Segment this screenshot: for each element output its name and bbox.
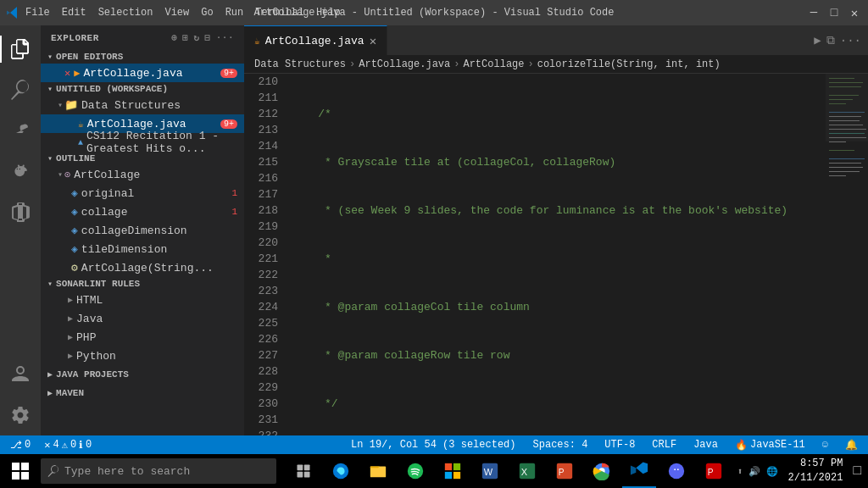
breadcrumb-sep-3: ›: [527, 58, 533, 70]
svg-text:P: P: [558, 468, 564, 477]
java-version-status[interactable]: 🔥 JavaSE-11: [732, 439, 809, 452]
breadcrumb-root[interactable]: Data Structures: [254, 58, 346, 70]
breadcrumb: Data Structures › ArtCollage.java › ArtC…: [244, 55, 868, 74]
collapse-icon[interactable]: ⊟: [205, 32, 211, 43]
breadcrumb-class[interactable]: ArtCollage: [463, 58, 524, 70]
vscode-taskbar-app[interactable]: [622, 454, 656, 488]
menu-edit[interactable]: Edit: [62, 7, 86, 19]
chrome-app[interactable]: [585, 454, 619, 488]
open-file-artcollage[interactable]: ✕ ▶ ArtCollage.java 9+: [41, 64, 244, 82]
notification-status[interactable]: 🔔: [842, 439, 861, 452]
more-icon[interactable]: ···: [216, 32, 234, 43]
activity-extensions[interactable]: [0, 191, 41, 232]
tab-artcollage[interactable]: ☕ ArtCollage.java ✕: [244, 25, 387, 55]
outline-header[interactable]: ▾ OUTLINE: [41, 152, 244, 165]
open-editors-header[interactable]: ▾ OPEN EDITORS: [41, 50, 244, 64]
maximize-button[interactable]: □: [827, 6, 841, 20]
maven-header[interactable]: ▶ MAVEN: [41, 384, 244, 402]
feedback-status[interactable]: ☺: [819, 439, 832, 451]
breadcrumb-sep-1: ›: [349, 58, 355, 70]
store-app[interactable]: [436, 454, 470, 488]
encoding-status[interactable]: UTF-8: [601, 439, 638, 451]
original-badge: 1: [231, 188, 237, 198]
menu-file[interactable]: File: [25, 7, 50, 19]
minimap: [826, 74, 868, 435]
svg-text:W: W: [483, 467, 492, 477]
window-controls[interactable]: ─ □ ✕: [807, 6, 861, 20]
php-arrow: ▶: [68, 332, 73, 342]
activity-source-control[interactable]: [0, 110, 41, 151]
outline-collagedimension[interactable]: ◈ collageDimension: [41, 221, 244, 240]
tab-filename: ArtCollage.java: [265, 35, 364, 47]
code-content[interactable]: /* * Grayscale tile at (collageCol, coll…: [285, 74, 826, 435]
minimize-button[interactable]: ─: [807, 6, 821, 20]
sonarlint-html[interactable]: ▶ HTML: [41, 291, 244, 309]
split-editor-icon[interactable]: ⧉: [826, 34, 835, 47]
refresh-icon[interactable]: ↻: [193, 32, 199, 43]
sonarlint-arrow: ▾: [47, 279, 53, 289]
activity-search[interactable]: [0, 69, 41, 110]
taskview-button[interactable]: [287, 454, 320, 488]
outline-tiledimension[interactable]: ◈ tileDimension: [41, 240, 244, 258]
sonarlint-header[interactable]: ▾ SONARLINT RULES: [41, 277, 244, 291]
encoding-text: UTF-8: [604, 439, 635, 451]
line-ending-status[interactable]: CRLF: [648, 439, 680, 451]
close-file-icon[interactable]: ✕: [64, 67, 70, 80]
sonarlint-php[interactable]: ▶ PHP: [41, 328, 244, 347]
sonarlint-python[interactable]: ▶ Python: [41, 347, 244, 365]
notification-center[interactable]: □: [849, 463, 865, 479]
menu-selection[interactable]: Selection: [98, 7, 153, 19]
breadcrumb-method[interactable]: colorizeTile(String, int, int): [537, 58, 721, 70]
svg-rect-18: [829, 167, 863, 168]
time-display[interactable]: 8:57 PM 2/11/2021: [788, 457, 843, 485]
sidebar-header-icons[interactable]: ⊕ ⊞ ↻ ⊟ ···: [171, 32, 234, 43]
data-structures-folder[interactable]: ▾ 📁 Data Structures: [41, 96, 244, 114]
outline-artcollage-class[interactable]: ▾ ⊙ ArtCollage: [41, 165, 244, 184]
java-projects-header[interactable]: ▶ JAVA PROJECTS: [41, 365, 244, 384]
start-button[interactable]: [3, 454, 37, 488]
git-status[interactable]: ⎇ 0: [7, 439, 34, 452]
paint-app[interactable]: P: [697, 454, 731, 488]
file-explorer-app[interactable]: [361, 454, 395, 488]
language-status[interactable]: Java: [690, 439, 721, 451]
more-tabs-icon[interactable]: ···: [840, 34, 861, 47]
discord-app[interactable]: [659, 454, 693, 488]
close-button[interactable]: ✕: [848, 6, 861, 20]
cursor-position[interactable]: Ln 19/, Col 54 (3 selected): [348, 439, 519, 451]
menu-run[interactable]: Run: [225, 7, 244, 19]
svg-text:X: X: [520, 467, 527, 477]
word-app[interactable]: W: [473, 454, 507, 488]
outline-collage[interactable]: ◈ collage 1: [41, 202, 244, 221]
excel-app[interactable]: X: [510, 454, 544, 488]
activity-account[interactable]: [0, 354, 41, 395]
activity-explorer[interactable]: [0, 29, 41, 69]
outline-original[interactable]: ◈ original 1: [41, 184, 244, 202]
run-icon[interactable]: ▶: [814, 33, 821, 47]
outline-artcollage-fn[interactable]: ⚙ ArtCollage(String...: [41, 258, 244, 277]
field-icon-1: ◈: [71, 186, 78, 200]
new-folder-icon[interactable]: ⊞: [182, 32, 188, 43]
tab-actions[interactable]: ▶ ⧉ ···: [814, 25, 868, 55]
error-status[interactable]: ✕ 4 ⚠ 0 ℹ 0: [41, 439, 95, 452]
workspace-header[interactable]: ▾ UNTITLED (WORKSPACE): [41, 82, 244, 96]
python-label: Python: [76, 350, 116, 363]
powerpoint-app[interactable]: P: [548, 454, 581, 488]
class-icon: ⊙: [64, 169, 70, 181]
breadcrumb-file[interactable]: ArtCollage.java: [359, 58, 450, 70]
menu-view[interactable]: View: [164, 7, 189, 19]
activity-settings[interactable]: [0, 395, 41, 435]
cs112-file[interactable]: ▲ CS112 Recitation 1 - Greatest Hits o..…: [41, 133, 244, 152]
ln-219: 219: [244, 219, 278, 235]
menu-go[interactable]: Go: [201, 7, 213, 19]
folder-arrow: ▾: [58, 100, 63, 110]
sonarlint-java[interactable]: ▶ Java: [41, 309, 244, 328]
spotify-app[interactable]: [398, 454, 432, 488]
edge-app[interactable]: [324, 454, 358, 488]
activity-debug[interactable]: [0, 151, 41, 191]
system-tray[interactable]: ⬆ 🔊 🌐: [734, 466, 782, 477]
taskbar-search[interactable]: Type here to search: [41, 458, 276, 484]
new-file-icon[interactable]: ⊕: [171, 32, 177, 43]
spaces-status[interactable]: Spaces: 4: [530, 439, 592, 451]
tab-close-icon[interactable]: ✕: [370, 34, 376, 48]
code-line-215: * @param collageRow tile row: [292, 347, 826, 363]
